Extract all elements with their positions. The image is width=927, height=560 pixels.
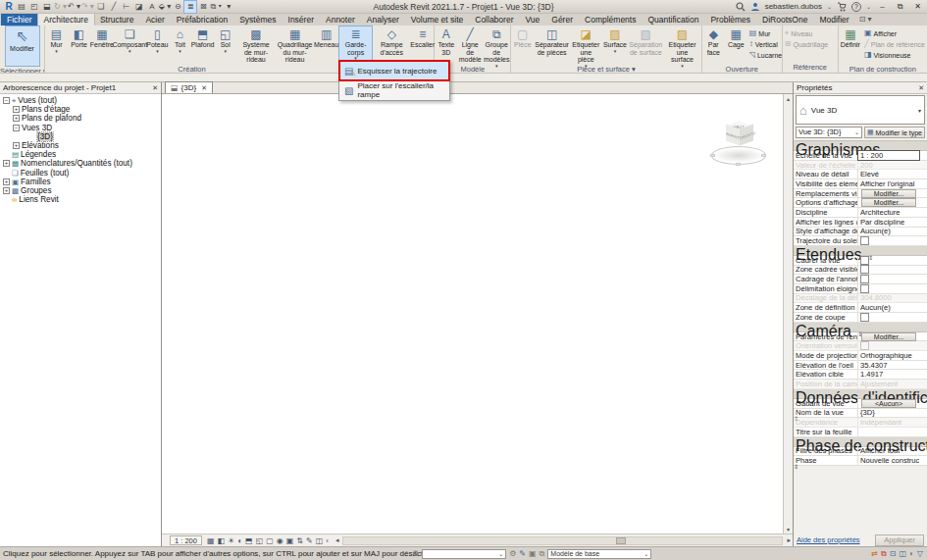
detail-level-icon[interactable]: ▦: [207, 535, 215, 546]
tree-expander-icon[interactable]: +: [3, 178, 10, 185]
instance-selector[interactable]: Vue 3D: {3D} ⌄: [796, 127, 862, 138]
main-model-icon[interactable]: ⧉: [540, 549, 545, 559]
horizontal-scrollbar-thumb[interactable]: [616, 537, 626, 544]
ribbon-tool[interactable]: ▨ Etiqueter une surface ▾: [663, 26, 701, 64]
ribbon-tool[interactable]: ▤ Mur ▾: [45, 26, 68, 64]
view-tab-3d[interactable]: ⬓ {3D} ✕: [165, 81, 213, 93]
signed-in-user[interactable]: sebastien.dubos: [765, 2, 822, 11]
tag-icon[interactable]: ◪: [133, 1, 145, 13]
ribbon-tool-small[interactable]: ◨ Visionneuse: [864, 50, 925, 60]
ribbon-tool[interactable]: ◆ Par face: [702, 26, 725, 64]
close-button[interactable]: ✕: [911, 2, 924, 11]
property-value[interactable]: Ajustement: [858, 380, 919, 388]
ribbon-tool[interactable]: ╱ Ligne de modèle: [457, 26, 483, 64]
property-value[interactable]: 304.8000: [858, 293, 919, 302]
open-icon[interactable]: ◰: [28, 1, 40, 13]
property-value[interactable]: Elevé: [858, 170, 919, 178]
ribbon-tab[interactable]: Volume et site: [405, 14, 469, 25]
tree-expander-icon[interactable]: +: [3, 160, 10, 167]
text-icon[interactable]: A: [146, 1, 158, 13]
horizontal-scrollbar[interactable]: [342, 536, 783, 545]
ribbon-tab[interactable]: Analyser: [361, 14, 405, 25]
property-value[interactable]: 1.4917: [858, 370, 919, 379]
design-options-icon[interactable]: ▣: [529, 549, 537, 559]
tree-item[interactable]: {3D}: [0, 132, 161, 141]
ribbon-tool[interactable]: ◧ Porte: [68, 26, 90, 64]
ribbon-tool[interactable]: ▥ Meneau: [314, 26, 338, 64]
ribbon-tool[interactable]: ◫ Séparateur de pièces: [534, 26, 570, 64]
viewcube-face-right[interactable]: DROITE: [740, 124, 753, 145]
sun-path-icon[interactable]: ☀: [228, 535, 234, 546]
scroll-down-icon[interactable]: ▾: [787, 526, 790, 533]
ribbon-tool-small[interactable]: ↕ Vertical: [749, 39, 782, 49]
help-icon[interactable]: ?: [851, 2, 861, 12]
property-value[interactable]: [858, 236, 919, 245]
ribbon-tool[interactable]: ▩ Système de mur-rideau: [236, 26, 276, 64]
menu-item-esquisser-trajectoire[interactable]: ▤✎ Esquisser la trajectoire: [339, 61, 449, 80]
ribbon-tool[interactable]: ▦ Quadrillage du mur-rideau: [276, 26, 315, 64]
shadows-icon[interactable]: ◐: [237, 535, 242, 546]
ribbon-tab[interactable]: Architecture: [38, 14, 94, 25]
property-value[interactable]: Indépendant: [858, 418, 919, 427]
tree-expander-icon[interactable]: +: [13, 142, 20, 149]
worksets-toggle-icon[interactable]: ⚙: [412, 549, 419, 558]
links-icon[interactable]: ⧉: [881, 549, 887, 559]
crop-view-icon[interactable]: ◱: [256, 535, 264, 546]
property-value[interactable]: [858, 275, 919, 283]
temporary-hide-isolate-icon[interactable]: ▣: [286, 535, 294, 546]
tree-item[interactable]: + Plans de plafond: [0, 114, 161, 123]
tree-item[interactable]: + ▦ Nomenclatures/Quantités (tout): [0, 159, 161, 168]
tree-item[interactable]: ∞ Liens Revit: [0, 195, 161, 204]
ribbon-tab[interactable]: Problèmes: [704, 14, 756, 25]
property-value[interactable]: Afficher tout: [858, 446, 919, 455]
print-icon[interactable]: ❏: [95, 1, 107, 13]
user-menu-chevron-icon[interactable]: ⌄: [827, 3, 832, 10]
model-canvas[interactable]: HAUT AVANT DROITE: [162, 94, 783, 534]
property-value[interactable]: [858, 265, 919, 274]
property-value[interactable]: 35.4307: [858, 361, 919, 370]
ribbon-tab[interactable]: Insérer: [283, 14, 320, 25]
ribbon-tool[interactable]: ▯ Poteau ▾: [146, 26, 169, 64]
properties-help-link[interactable]: Aide des propriétés: [797, 535, 860, 544]
worksets-icon[interactable]: ⚙: [509, 549, 516, 559]
thin-lines-icon[interactable]: ≣: [184, 1, 196, 13]
redo-icon[interactable]: ↷ ▾: [81, 1, 94, 13]
background-processes-icon[interactable]: ◐: [909, 549, 914, 558]
aligned-dimension-icon[interactable]: ⊢: [121, 1, 132, 13]
ribbon-tool[interactable]: ▦ Cage: [725, 26, 747, 64]
tree-item[interactable]: ▤ Légendes: [0, 150, 161, 159]
design-options-select[interactable]: Modèle de base ⌄: [547, 549, 651, 559]
ribbon-tool[interactable]: ◇ Rampe d'accès: [372, 26, 411, 64]
sync-icon[interactable]: ↻ ▾: [54, 1, 67, 13]
default-3d-view-icon[interactable]: ⬙ ▾: [159, 1, 171, 13]
pinned-elements-icon[interactable]: ⊡: [890, 549, 897, 558]
hscroll-left-icon[interactable]: ◂: [334, 536, 341, 544]
lock-3d-view-icon[interactable]: ◉: [277, 535, 283, 546]
apply-button[interactable]: Appliquer: [875, 535, 924, 546]
ribbon-tab[interactable]: Fichier: [1, 14, 38, 25]
ribbon-tab[interactable]: Gérer: [545, 14, 579, 25]
property-value[interactable]: Modifier...: [861, 332, 916, 341]
vertical-scrollbar[interactable]: ▴ ▾: [783, 94, 793, 534]
editable-only-icon[interactable]: ✎: [519, 549, 526, 559]
property-value[interactable]: Modifier...: [861, 198, 916, 207]
tree-expander-icon[interactable]: +: [3, 187, 10, 194]
property-value[interactable]: [858, 313, 919, 322]
modify-tool[interactable]: ⇖ Modifier: [6, 26, 39, 66]
ribbon-tool-small[interactable]: ▣ Afficher: [864, 28, 925, 38]
menu-item-placer-escalier-rampe[interactable]: ▧ Placer sur l'escalier/la rampe: [339, 80, 449, 100]
property-value[interactable]: Architecture: [858, 208, 919, 217]
ribbon-tab[interactable]: Systèmes: [233, 14, 282, 25]
ribbon-tool-small[interactable]: ▤ Mur: [749, 28, 782, 38]
ribbon-tool[interactable]: ≡ Escalier: [411, 26, 434, 64]
customize-qat-icon[interactable]: ▾: [223, 1, 234, 13]
type-selector-chevron-icon[interactable]: ▾: [918, 107, 921, 114]
ribbon-tool[interactable]: ❏ Composant ▾: [114, 26, 146, 64]
file-menu-icon[interactable]: ▤: [16, 1, 27, 13]
ribbon-tool[interactable]: ▦ Définir: [839, 26, 862, 64]
tree-item[interactable]: + ▣ Familles: [0, 178, 161, 186]
ribbon-tab[interactable]: Vue: [519, 14, 545, 25]
tree-item[interactable]: + Plans d'étage: [0, 105, 161, 114]
ribbon-tool[interactable]: ⬒ Plafond: [191, 26, 214, 64]
revit-logo[interactable]: R: [3, 1, 15, 13]
